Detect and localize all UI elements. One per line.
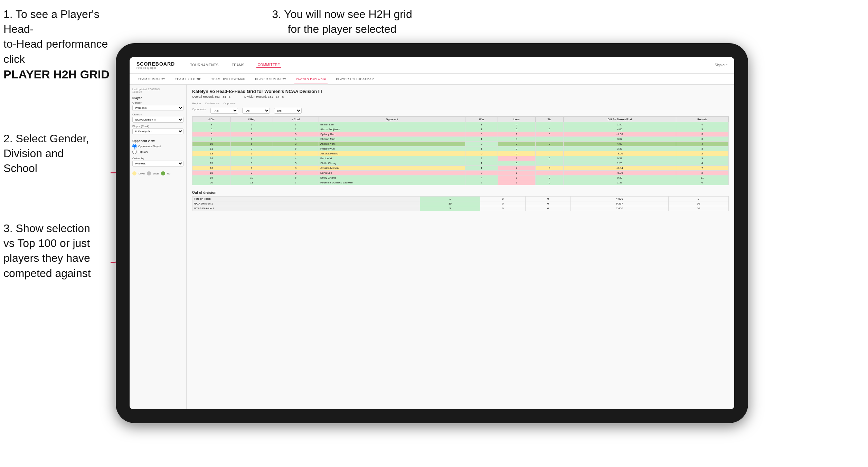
table-cell: 2 <box>231 127 273 132</box>
instruction-top-left: 1. To see a Player's Head- to-Head perfo… <box>3 7 117 83</box>
nav-committee[interactable]: COMMITTEE <box>256 62 282 68</box>
th-diff: Diff Av Strokes/Rnd <box>564 117 676 122</box>
out-table-cell: 0 <box>526 197 571 201</box>
table-cell: 0.38 <box>564 156 676 161</box>
sidebar-gender-select[interactable]: Women's Men's <box>132 105 183 111</box>
out-table-row: NCAA Division 25007.40010 <box>192 206 729 211</box>
sub-nav-player-h2h-heatmap[interactable]: PLAYER H2H HEATMAP <box>334 74 375 84</box>
table-row: 522Alexis Sudjianto1004.003 <box>192 127 729 132</box>
color-dot-yellow <box>132 171 136 175</box>
table-cell: 13 <box>192 151 231 156</box>
sub-nav: TEAM SUMMARY TEAM H2H GRID TEAM H2H HEAT… <box>130 74 734 85</box>
table-cell: 0 <box>536 127 564 132</box>
nav-tournaments[interactable]: TOURNAMENTS <box>189 63 220 68</box>
sidebar-gender-label: Gender <box>132 101 183 104</box>
conference-filter-select[interactable]: (All) <box>242 108 270 114</box>
nav-sign-out[interactable]: Sign out <box>715 63 727 67</box>
table-cell: 3 <box>676 137 728 142</box>
table-cell: 11 <box>676 175 728 180</box>
table-cell: 2 <box>273 171 319 175</box>
content-area: Katelyn Vo Head-to-Head Grid for Women's… <box>187 85 734 409</box>
out-table-cell: 0 <box>526 201 571 206</box>
out-table-cell: 9.267 <box>571 201 669 206</box>
nav-teams[interactable]: TEAMS <box>230 63 246 68</box>
overall-record: Overall Record: 353 - 34 - 6 <box>192 95 230 98</box>
sidebar-player-rank-label: Player (Rank) <box>132 125 183 128</box>
table-cell: 1 <box>465 161 498 166</box>
table-cell: 11 <box>192 146 231 151</box>
table-cell: 2 <box>231 146 273 151</box>
out-table-cell: 4.500 <box>571 197 669 201</box>
table-cell: 4.00 <box>564 127 676 132</box>
sub-nav-team-h2h-heatmap[interactable]: TEAM H2H HEATMAP <box>210 74 247 84</box>
table-cell: Federica Domecq Lacroze <box>319 180 465 185</box>
radio-top100[interactable]: Top 100 <box>132 150 183 154</box>
opponent-filter-select[interactable]: (All) <box>274 108 302 114</box>
sidebar-colour-select[interactable]: Win/loss <box>132 161 183 166</box>
radio-opponents-played[interactable]: Opponents Played <box>132 144 183 149</box>
table-cell: 3.67 <box>564 137 676 142</box>
table-row: 1585Stella Cheng101.254 <box>192 161 729 166</box>
sidebar-division-label: Division <box>132 113 183 116</box>
table-cell <box>536 151 564 156</box>
table-cell: 2 <box>498 166 535 171</box>
th-reg: # Reg <box>231 117 273 122</box>
table-cell: 0 <box>498 161 535 166</box>
table-cell: -1.00 <box>564 132 676 137</box>
table-cell: 9 <box>192 137 231 142</box>
sidebar-colour-by-label: Colour by <box>132 157 183 160</box>
sub-nav-team-h2h-grid[interactable]: TEAM H2H GRID <box>173 74 203 84</box>
table-row: 311Esther Lee101.504 <box>192 122 729 127</box>
table-row: 633Sydney Kuo010-1.003 <box>192 132 729 137</box>
table-cell: 3 <box>231 132 273 137</box>
filter-region: Region <box>192 102 201 105</box>
tablet-screen: SCOREBOARD Powered by clippd TOURNAMENTS… <box>130 57 734 409</box>
table-cell: 1 <box>498 132 535 137</box>
table-cell: 1.33 <box>564 180 676 185</box>
table-cell: 0 <box>536 142 564 146</box>
division-record: Division Record: 331 - 34 - 6 <box>244 95 284 98</box>
table-cell: 1 <box>465 146 498 151</box>
legend-level: Level <box>153 172 159 175</box>
table-cell: 20 <box>192 180 231 185</box>
table-cell: Stella Cheng <box>319 161 465 166</box>
th-conf: # Conf <box>273 117 319 122</box>
table-cell: 3 <box>273 166 319 171</box>
table-cell: Jessica Mason <box>319 166 465 171</box>
table-row: 1063Andrea York2004.004 <box>192 142 729 146</box>
table-cell: 2 <box>465 142 498 146</box>
table-cell: 4 <box>273 156 319 161</box>
sidebar-division-select[interactable]: NCAA Division III NCAA Division I NCAA D… <box>132 117 183 123</box>
table-cell: 3 <box>273 142 319 146</box>
table-cell: 1 <box>498 180 535 185</box>
filters-selects-row: Opponents: (All) (All) (All) <box>192 108 729 114</box>
sidebar-player-select[interactable]: 8. Katelyn Vo <box>132 128 183 134</box>
instruction-mid-left: 2. Select Gender, Division and School <box>3 131 111 176</box>
table-row: 1613Jessica Mason120-0.947 <box>192 166 729 171</box>
table-cell <box>536 171 564 175</box>
filter-conference: Conference <box>205 102 219 105</box>
sub-nav-player-h2h-grid[interactable]: PLAYER H2H GRID <box>294 74 328 84</box>
table-cell: 1 <box>465 127 498 132</box>
th-rounds: Rounds <box>676 117 728 122</box>
out-table-cell: 30 <box>668 201 728 206</box>
table-cell: 6 <box>676 180 728 185</box>
table-cell: 19 <box>192 175 231 180</box>
th-tie: Tie <box>536 117 564 122</box>
instruction-top-right: 3. You will now see H2H grid for the pla… <box>256 7 428 37</box>
table-cell: 1 <box>231 166 273 171</box>
out-table-cell: 2 <box>668 197 728 201</box>
legend-down: Down <box>139 172 145 175</box>
out-table-cell: 15 <box>420 201 480 206</box>
sub-nav-team-summary[interactable]: TEAM SUMMARY <box>136 74 167 84</box>
table-cell: Alexis Sudjianto <box>319 127 465 132</box>
table-cell: 7 <box>676 166 728 171</box>
sub-nav-player-summary[interactable]: PLAYER SUMMARY <box>254 74 287 84</box>
main-content: Last Updated: 27/03/2024 16:55:38 Player… <box>130 85 734 409</box>
table-cell: 0 <box>498 122 535 127</box>
table-cell: 4.00 <box>564 142 676 146</box>
h2h-table: # Div # Reg # Conf Opponent Win Loss Tie… <box>192 116 729 185</box>
opponents-filter-select[interactable]: (All) <box>210 108 238 114</box>
table-cell: 9 <box>676 156 728 161</box>
table-cell: 2 <box>498 156 535 161</box>
